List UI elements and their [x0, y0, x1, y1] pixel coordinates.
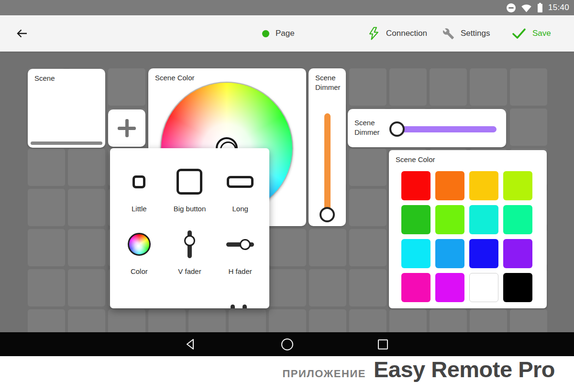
color-swatch[interactable] [401, 171, 430, 200]
grid-cell[interactable] [349, 149, 386, 186]
grid-cell[interactable] [68, 189, 105, 226]
grid-cell[interactable] [28, 269, 65, 306]
grid-cell[interactable] [349, 189, 386, 226]
scene-dimmer-horizontal-widget: Scene Dimmer [348, 109, 506, 147]
grid-cell[interactable] [389, 68, 427, 106]
color-swatch[interactable] [469, 171, 498, 200]
wifi-icon [521, 3, 532, 12]
grid-cell[interactable] [510, 68, 547, 106]
grid-cell[interactable] [510, 109, 547, 146]
grid-cell[interactable] [389, 309, 427, 332]
color-swatch[interactable] [435, 273, 464, 302]
dialog-item-label: Long [232, 205, 248, 213]
footer-branding: ПРИЛОЖЕНИЕ Easy Remote Pro [0, 356, 574, 392]
recents-square-icon [378, 339, 388, 349]
nav-back-button[interactable] [179, 332, 202, 356]
grid-cell[interactable] [269, 269, 306, 306]
color-swatch[interactable] [503, 171, 532, 200]
grid-cell[interactable] [349, 68, 386, 106]
grid-cell[interactable] [68, 229, 105, 266]
grid-cell[interactable] [430, 309, 467, 332]
dialog-item-label: H fader [229, 267, 252, 275]
grid-cell[interactable] [349, 229, 386, 266]
color-swatch[interactable] [469, 273, 498, 302]
dialog-item-v-fader[interactable]: V fader [165, 225, 215, 275]
grid-cell[interactable] [28, 189, 65, 226]
grid-cell[interactable] [470, 309, 507, 332]
grid-cell[interactable] [309, 309, 346, 332]
v-fader-icon [188, 225, 192, 263]
color-swatch[interactable] [435, 171, 464, 200]
back-arrow-icon [15, 27, 29, 40]
grid-cell[interactable] [349, 269, 386, 306]
check-icon [512, 28, 526, 39]
color-swatch[interactable] [469, 205, 498, 234]
palette-swatches [401, 171, 532, 302]
color-swatch[interactable] [401, 239, 430, 268]
dimmer-h-knob[interactable] [389, 121, 405, 137]
back-button[interactable] [15, 15, 29, 52]
color-wheel-icon [128, 225, 151, 263]
android-nav-bar [0, 332, 574, 356]
scene-button-label: Scene [34, 74, 55, 83]
battery-icon [537, 3, 543, 12]
grid-cell[interactable] [349, 309, 386, 332]
grid-cell[interactable] [470, 68, 507, 106]
dialog-item-little[interactable]: Little [114, 163, 165, 213]
nav-home-button[interactable] [276, 332, 298, 356]
grid-cell[interactable] [309, 269, 346, 306]
color-swatch[interactable] [503, 205, 532, 234]
color-swatch[interactable] [401, 205, 430, 234]
dimmer-v-knob[interactable] [320, 207, 335, 222]
color-swatch[interactable] [469, 239, 498, 268]
grid-cell[interactable] [28, 149, 65, 186]
grid-cell[interactable] [68, 309, 105, 332]
grid-cell[interactable] [188, 309, 226, 332]
settings-button[interactable]: Settings [442, 15, 490, 52]
color-swatch[interactable] [503, 273, 532, 302]
dialog-item-h-fader[interactable]: H fader [215, 225, 265, 275]
color-swatch[interactable] [435, 239, 464, 268]
save-button[interactable]: Save [512, 15, 551, 52]
nav-recents-button[interactable] [371, 332, 394, 356]
home-circle-icon [281, 338, 293, 350]
scene-dimmer-vertical-widget: Scene Dimmer [309, 68, 346, 226]
save-label: Save [532, 29, 551, 38]
plus-icon [118, 119, 136, 137]
page-indicator[interactable]: Page [262, 15, 295, 52]
dimmer-v-title: Scene Dimmer [315, 73, 342, 92]
footer-app-name: Easy Remote Pro [374, 356, 555, 382]
do-not-disturb-icon [507, 3, 516, 12]
grid-cell[interactable] [430, 68, 467, 106]
big-button-icon [177, 163, 202, 201]
dimmer-h-track[interactable] [396, 126, 497, 132]
connection-button[interactable]: Connection [368, 15, 427, 52]
grid-cell[interactable] [510, 309, 547, 332]
dialog-item-color[interactable]: Color [114, 225, 165, 275]
color-swatch[interactable] [401, 273, 430, 302]
grid-cell[interactable] [309, 229, 346, 266]
scene-button-widget[interactable]: Scene [28, 69, 105, 148]
color-swatch[interactable] [503, 239, 532, 268]
grid-cell[interactable] [269, 229, 306, 266]
dialog-item-big[interactable]: Big button [165, 163, 215, 213]
grid-cell[interactable] [229, 309, 266, 332]
dimmer-v-track[interactable] [324, 113, 331, 218]
status-time: 15:40 [548, 3, 569, 12]
add-widget-button[interactable] [108, 109, 145, 147]
grid-cell[interactable] [28, 229, 65, 266]
footer-app-label: ПРИЛОЖЕНИЕ [282, 368, 366, 380]
color-swatch[interactable] [435, 205, 464, 234]
grid-cell[interactable] [108, 68, 145, 106]
grid-cell[interactable] [148, 309, 186, 332]
scene-color-palette-widget: Scene Color [389, 150, 547, 308]
grid-cell[interactable] [68, 269, 105, 306]
grid-cell[interactable] [108, 309, 145, 332]
grid-cell[interactable] [68, 149, 105, 186]
status-bar: 15:40 [0, 0, 574, 15]
settings-label: Settings [461, 29, 490, 38]
dialog-item-long[interactable]: Long [215, 163, 265, 213]
grid-cell[interactable] [269, 309, 306, 332]
palette-title: Scene Color [396, 155, 435, 164]
grid-cell[interactable] [28, 309, 65, 332]
